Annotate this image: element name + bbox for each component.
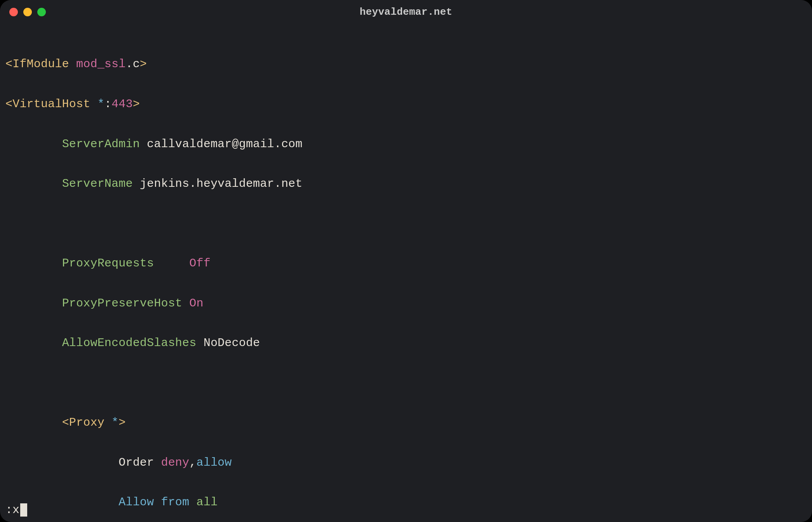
titlebar: heyvaldemar.net xyxy=(0,0,812,24)
code-line: <IfModule mod_ssl.c> xyxy=(5,57,807,71)
code-line: ProxyPreserveHost On xyxy=(5,297,807,310)
command-text: :x xyxy=(5,503,19,517)
code-line: ServerName jenkins.heyvaldemar.net xyxy=(5,177,807,190)
window-controls xyxy=(9,8,46,16)
zoom-icon[interactable] xyxy=(37,8,46,16)
code-line: AllowEncodedSlashes NoDecode xyxy=(5,336,807,350)
terminal-window: heyvaldemar.net <IfModule mod_ssl.c> <Vi… xyxy=(0,0,812,522)
code-line: <VirtualHost *:443> xyxy=(5,97,807,111)
code-line: Allow from all xyxy=(5,496,807,509)
code-line: ProxyRequests Off xyxy=(5,257,807,270)
code-line xyxy=(5,376,807,390)
code-line: ServerAdmin callvaldemar@gmail.com xyxy=(5,137,807,151)
close-icon[interactable] xyxy=(9,8,18,16)
code-line: Order deny,allow xyxy=(5,456,807,469)
terminal-content[interactable]: <IfModule mod_ssl.c> <VirtualHost *:443>… xyxy=(0,24,812,522)
cursor-icon xyxy=(20,503,27,517)
code-line xyxy=(5,217,807,230)
minimize-icon[interactable] xyxy=(23,8,32,16)
code-line: <Proxy *> xyxy=(5,416,807,429)
vim-command-line[interactable]: :x xyxy=(5,503,27,517)
window-title: heyvaldemar.net xyxy=(0,6,812,18)
